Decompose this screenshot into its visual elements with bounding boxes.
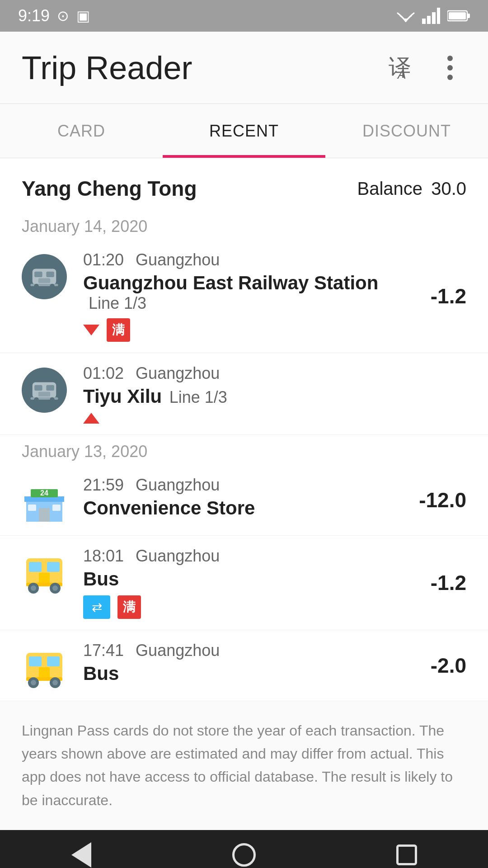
full-badge: 满 [117,595,141,619]
back-button[interactable] [63,837,99,868]
bus-icon [22,550,67,595]
arrow-down-badge [83,325,99,335]
svg-rect-35 [47,562,60,572]
nav-bar [0,830,488,868]
svg-rect-21 [46,385,54,391]
app-bar: Trip Reader 译 A [0,32,488,104]
trans-details: 01:02 Guangzhou Tiyu Xilu Line 1/3 [83,364,387,424]
transaction-item: 24 21:59 Guangzhou Convenience Store -12… [0,465,488,536]
bus-svg [23,551,66,594]
status-left: 9:19 ⊙ ▣ [18,6,90,25]
disclaimer: Lingnan Pass cards do not store the year… [0,701,488,830]
svg-point-23 [34,397,39,402]
tab-recent[interactable]: RECENT [163,104,325,158]
vpn-icon: ⊙ [57,7,69,24]
transaction-item: 01:02 Guangzhou Tiyu Xilu Line 1/3 [0,353,488,435]
trans-amount: -1.2 [403,284,466,308]
transaction-item: 18:01 Guangzhou Bus ⇄ 满 -1.2 [0,536,488,630]
svg-rect-5 [467,14,470,18]
svg-text:24: 24 [40,489,48,497]
back-icon [71,842,91,868]
date-group-jan13: January 13, 2020 [0,435,488,461]
svg-point-24 [50,397,55,402]
battery-icon [447,9,470,23]
trans-line: Line 1/3 [89,294,146,312]
home-icon [232,843,256,867]
card-name: Yang Cheng Tong [22,176,197,201]
store-svg: 24 [23,480,66,524]
trans-details: 01:20 Guangzhou Guangzhou East Railway S… [83,250,387,342]
trans-name: Guangzhou East Railway Station [83,272,378,293]
transaction-item: 01:20 Guangzhou Guangzhou East Railway S… [0,240,488,353]
svg-point-16 [34,284,39,289]
date-label-jan14: January 14, 2020 [22,217,466,236]
trans-time-city: 01:20 Guangzhou [83,250,387,269]
tabs: CARD RECENT DISCOUNT [0,104,488,158]
train-svg [28,374,60,406]
arrow-up-badge [83,413,99,424]
trans-badges [83,413,387,424]
svg-point-41 [52,585,58,591]
svg-rect-0 [422,19,426,24]
status-bar: 9:19 ⊙ ▣ [0,0,488,32]
trans-details: 21:59 Guangzhou Convenience Store [83,476,387,519]
svg-rect-13 [34,272,42,277]
status-right [397,8,470,24]
app-bar-actions: 译 A [383,52,466,84]
trans-amount: -1.2 [403,571,466,595]
recents-button[interactable] [389,837,425,868]
recents-icon [396,844,417,865]
card-balance: Balance 30.0 [357,179,466,199]
home-button[interactable] [226,837,262,868]
status-time: 9:19 [18,6,50,25]
trans-badges: ⇄ 满 [83,595,387,619]
content: Yang Cheng Tong Balance 30.0 January 14,… [0,158,488,830]
date-group-jan14: January 14, 2020 [0,210,488,236]
transfer-badge: ⇄ [83,595,110,619]
svg-rect-20 [34,385,42,391]
svg-rect-44 [47,656,60,666]
svg-rect-3 [437,8,440,24]
svg-rect-32 [52,505,61,511]
tab-discount[interactable]: DISCOUNT [325,104,488,158]
wifi-icon [397,8,415,24]
trans-time-city: 21:59 Guangzhou [83,476,387,495]
svg-point-48 [31,680,36,685]
trans-amount: -2.0 [403,653,466,678]
svg-rect-30 [39,508,50,522]
trans-time-city: 01:02 Guangzhou [83,364,387,383]
svg-point-11 [447,75,453,80]
trans-name: Tiyu Xilu [83,386,162,407]
trans-time-city: 17:41 Guangzhou [83,641,387,660]
trans-badges: 满 [83,318,387,342]
sim-icon: ▣ [76,7,90,24]
more-options-icon [447,55,453,80]
svg-rect-14 [46,272,54,277]
bus-svg [23,646,66,689]
trans-name: Bus [83,568,119,590]
trans-line: Line 1/3 [169,388,227,406]
svg-rect-34 [29,562,42,572]
svg-rect-25 [38,392,50,397]
svg-rect-1 [427,16,431,24]
more-options-button[interactable] [434,52,466,84]
transaction-item: 17:41 Guangzhou Bus -2.0 [0,630,488,701]
trans-details: 18:01 Guangzhou Bus ⇄ 满 [83,547,387,619]
trans-amount: -12.0 [403,488,466,512]
tab-card[interactable]: CARD [0,104,163,158]
svg-text:A: A [397,67,406,80]
app-title: Trip Reader [22,49,192,86]
translate-icon: 译 A [387,55,412,80]
svg-rect-36 [39,573,50,584]
full-badge: 满 [107,318,130,342]
svg-rect-31 [28,505,36,511]
date-label-jan13: January 13, 2020 [22,442,466,461]
svg-point-50 [52,680,58,685]
svg-point-39 [31,585,36,591]
svg-point-9 [447,56,453,61]
metro-icon [22,254,67,299]
translate-button[interactable]: 译 A [383,52,416,84]
trans-details: 17:41 Guangzhou Bus [83,641,387,684]
trans-time-city: 18:01 Guangzhou [83,547,387,566]
signal-icon [422,8,440,24]
